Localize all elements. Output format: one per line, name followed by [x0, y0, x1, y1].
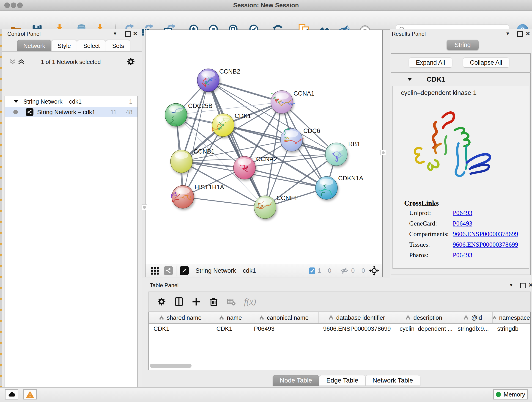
edge-HIST1H1A-CCNE1[interactable] [183, 197, 265, 207]
node-CCNA2[interactable] [234, 156, 255, 179]
column-header--id[interactable]: @id [453, 312, 493, 323]
column-header-description[interactable]: description [395, 312, 453, 323]
column-tree-icon [159, 315, 164, 320]
tab-select[interactable]: Select [77, 40, 106, 51]
crosslink-link[interactable]: 9606.ENSP00000378699 [453, 230, 518, 237]
memory-status-dot [496, 392, 501, 397]
hidden-eye-icon[interactable] [340, 267, 348, 275]
crosslink-link[interactable]: 9606.ENSP00000378699 [453, 241, 518, 248]
tab-node-table[interactable]: Node Table [273, 375, 319, 386]
control-panel-title: Control Panel [7, 31, 41, 37]
node-gloss [216, 116, 230, 123]
panel-menu-icon[interactable]: ▾ [510, 282, 513, 288]
results-panel: Results Panel ▾ ✕ String Expand All Coll… [390, 29, 532, 278]
node-CDC25B[interactable] [165, 103, 187, 126]
tab-string[interactable]: String [447, 40, 479, 50]
table-options-gear-icon[interactable] [157, 297, 166, 306]
node-gloss [238, 158, 251, 165]
float-panel-icon[interactable] [520, 283, 526, 288]
column-header-database-identifier[interactable]: database identifier [319, 312, 395, 323]
expand-all-button[interactable]: Expand All [409, 57, 452, 68]
table-row[interactable]: CDK1CDK1P064939606.ENSP00000378699cyclin… [149, 324, 530, 334]
close-panel-icon[interactable]: ✕ [133, 31, 138, 37]
node-CDKN1A[interactable] [316, 177, 337, 199]
selected-checkbox-icon[interactable] [309, 268, 315, 274]
show-columns-icon[interactable] [174, 297, 184, 306]
node-CCNE1[interactable] [254, 196, 276, 219]
panel-menu-icon[interactable]: ▾ [506, 30, 509, 37]
column-header-name[interactable]: name [212, 312, 249, 323]
node-label-CCNA1: CCNA1 [293, 90, 315, 97]
entry-header[interactable]: CDK1 [391, 73, 530, 86]
panel-menu-icon[interactable]: ▾ [114, 30, 116, 37]
float-panel-icon[interactable] [125, 32, 131, 37]
grid-view-icon[interactable] [151, 266, 159, 275]
tab-style[interactable]: Style [51, 40, 77, 51]
network-view-toolbar: String Network – cdk1 1 – 0 0 – 0 [146, 264, 382, 277]
crosslink-link[interactable]: P06493 [453, 220, 472, 227]
open-in-window-icon[interactable] [180, 266, 189, 275]
close-panel-icon[interactable]: ✕ [528, 282, 532, 288]
horizontal-scrollbar[interactable] [150, 364, 529, 368]
table-panel: Table Panel ▾ ✕ f(x) shared namenamecano… [142, 278, 532, 387]
network-canvas[interactable]: CCNB2CCNA1CDC25BCDK1CDC6RB1CCNB1CCNA2CDK… [146, 30, 382, 264]
crosslink-label: Uniprot: [409, 209, 453, 217]
crosslink-row: Compartments:9606.ENSP00000378699 [409, 230, 524, 241]
collapse-all-button[interactable]: Collapse All [463, 57, 509, 68]
edge-CCNB2-HIST1H1A[interactable] [183, 80, 208, 197]
warning-icon [26, 391, 34, 398]
share-view-icon[interactable] [164, 266, 173, 275]
table-cell: CDK1 [149, 325, 212, 332]
edge-CCNB2-CCNA1[interactable] [208, 80, 282, 102]
tab-edge-table[interactable]: Edge Table [319, 375, 365, 386]
options-gear-icon[interactable] [127, 57, 135, 66]
window-title: Session: New Session [0, 0, 532, 11]
column-header-namespace[interactable]: namespace [493, 312, 530, 323]
column-header-shared-name[interactable]: shared name [149, 312, 212, 323]
table-cell: stringdb [493, 325, 530, 332]
right-splitter-handle[interactable] [380, 150, 386, 155]
crosslink-link[interactable]: P06493 [453, 209, 472, 216]
left-splitter-handle[interactable] [142, 204, 147, 210]
node-CDK1[interactable] [212, 114, 234, 137]
column-header-canonical-name[interactable]: canonical name [249, 312, 318, 323]
network-view[interactable]: CCNB2CCNA1CDC25BCDK1CDC6RB1CCNB1CCNA2CDK… [145, 30, 383, 277]
title-bar: Session: New Session [0, 0, 532, 11]
node-label-CDC6: CDC6 [303, 128, 320, 134]
control-panel: Control Panel ▾ ✕ NetworkStyleSelectSets… [0, 29, 142, 387]
collapse-entry-icon[interactable] [407, 78, 412, 81]
crosslink-label: GeneCard: [409, 220, 453, 227]
node-CDC6[interactable] [280, 128, 303, 151]
memory-button[interactable]: Memory [493, 389, 528, 400]
delete-column-icon[interactable] [209, 297, 218, 306]
close-panel-icon[interactable]: ✕ [526, 31, 530, 37]
table-cell: 9606.ENSP00000378699 [319, 325, 395, 332]
entry-description: cyclin–dependent kinase 1 [401, 89, 476, 96]
add-column-icon[interactable] [192, 297, 201, 306]
node-CCNB1[interactable] [171, 150, 192, 173]
network-row[interactable]: String Network – cdk1 11 48 [5, 107, 138, 117]
network-graph[interactable]: CCNB2CCNA1CDC25BCDK1CDC6RB1CCNB1CCNA2CDK… [146, 30, 382, 264]
network-collection-row[interactable]: String Network – cdk1 1 [5, 96, 138, 107]
tab-network[interactable]: Network [17, 40, 51, 51]
birds-eye-crosshair-icon[interactable] [369, 266, 379, 276]
node-label-CCNA2: CCNA2 [256, 156, 277, 162]
cloud-button[interactable] [5, 389, 18, 400]
scrollbar-thumb[interactable] [150, 364, 191, 368]
collection-count: 1 [129, 98, 133, 105]
crosslink-link[interactable]: P06493 [453, 251, 472, 259]
table-header-row: shared namenamecanonical namedatabase id… [149, 312, 530, 324]
tab-sets[interactable]: Sets [106, 40, 130, 51]
table-cell: P06493 [249, 325, 318, 332]
node-RB1[interactable] [325, 143, 347, 166]
warning-button[interactable] [23, 389, 37, 400]
crosslink-row: Uniprot:P06493 [409, 209, 524, 220]
network-row-label: String Network – cdk1 [37, 109, 110, 116]
tab-network-table[interactable]: Network Table [365, 375, 420, 386]
node-CCNB2[interactable] [197, 69, 219, 92]
collapse-triangle-icon[interactable] [14, 100, 18, 103]
node-HIST1H1A[interactable] [171, 185, 194, 208]
network-collection-label: String Network – cdk1 [23, 98, 129, 105]
entry-body: cyclin–dependent kinase 1 CrossLinks [393, 86, 529, 269]
float-panel-icon[interactable] [517, 32, 523, 37]
